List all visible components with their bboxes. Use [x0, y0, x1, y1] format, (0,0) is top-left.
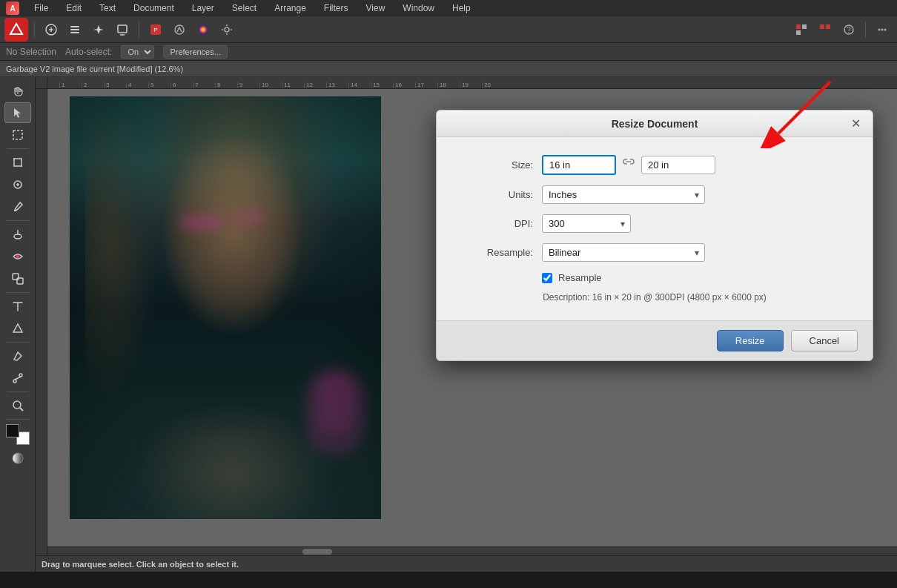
h-scrollbar[interactable]: [47, 546, 897, 555]
svg-point-26: [16, 255, 19, 258]
preferences-button[interactable]: Preferences...: [163, 45, 227, 59]
description-row: Description: 16 in × 20 in @ 300DPI (480…: [466, 292, 843, 303]
tool-brush[interactable]: [4, 196, 31, 217]
toolbar: P ?: [0, 16, 897, 43]
tool-redeye[interactable]: [4, 246, 31, 267]
tool-hand[interactable]: [4, 80, 31, 101]
dialog-close-button[interactable]: ✕: [847, 116, 864, 132]
tool-node[interactable]: [4, 368, 31, 389]
toolbar-btn-settings2[interactable]: [216, 19, 237, 40]
color-swatches[interactable]: [6, 424, 30, 445]
svg-point-31: [19, 374, 22, 377]
dpi-select-wrapper: 72 96 150 300 600: [542, 214, 631, 233]
units-row: Units: Inches Pixels Millimeters Centime…: [466, 185, 843, 204]
toolbar-separator-2: [139, 22, 139, 38]
svg-rect-11: [796, 24, 801, 29]
svg-marker-0: [10, 24, 22, 34]
toolbar-btn-adjustments[interactable]: [88, 19, 109, 40]
toolbar-btn-new[interactable]: [41, 19, 62, 40]
width-input[interactable]: [542, 155, 616, 175]
menu-layer[interactable]: Layer: [189, 1, 217, 15]
svg-line-33: [20, 408, 23, 411]
menu-filters[interactable]: Filters: [321, 1, 351, 15]
svg-rect-14: [820, 24, 824, 29]
menu-arrange[interactable]: Arrange: [271, 1, 309, 15]
tool-arrow[interactable]: [4, 102, 31, 123]
toolbar-btn-vector[interactable]: [169, 19, 190, 40]
menu-edit[interactable]: Edit: [63, 1, 85, 15]
options-bar: No Selection Auto-select: On Off Prefere…: [0, 43, 897, 61]
svg-point-23: [14, 209, 16, 211]
tool-clone[interactable]: [4, 268, 31, 289]
toolbar-btn-arrange[interactable]: [791, 19, 812, 40]
h-scrollbar-thumb[interactable]: [302, 549, 332, 555]
tool-marquee[interactable]: [4, 125, 31, 145]
document-title: Garbage V2 image file current [Modified]…: [6, 65, 183, 73]
tool-shape[interactable]: [4, 318, 31, 339]
toolbar-btn-grid[interactable]: [815, 19, 835, 40]
svg-point-9: [199, 25, 208, 34]
size-row: Size:: [466, 155, 843, 175]
svg-marker-29: [13, 324, 22, 332]
app-icon: A: [6, 1, 19, 15]
resample-checkbox[interactable]: [542, 273, 552, 283]
toolbar-app-button[interactable]: [4, 18, 28, 42]
menu-help[interactable]: Help: [449, 1, 474, 15]
toolbox: [0, 77, 36, 572]
tool-sep-5: [7, 392, 29, 392]
tool-sep-2: [7, 220, 29, 221]
tool-sep-3: [7, 292, 29, 293]
tool-text[interactable]: [4, 296, 31, 317]
bottom-status: Drag to marquee select. Click an object …: [42, 560, 239, 569]
svg-text:P: P: [153, 27, 157, 33]
menu-view[interactable]: View: [363, 1, 388, 15]
ruler-vertical: [36, 89, 47, 572]
tool-gradient[interactable]: [4, 448, 31, 469]
toolbar-btn-misc[interactable]: [872, 19, 893, 40]
svg-point-20: [884, 28, 887, 30]
resize-button[interactable]: Resize: [717, 330, 784, 351]
toolbar-btn-color[interactable]: [193, 19, 214, 40]
svg-point-10: [225, 27, 229, 32]
toolbar-btn-pixel[interactable]: P: [145, 19, 166, 40]
tool-zoom[interactable]: [4, 395, 31, 416]
dialog-titlebar: Resize Document ✕: [437, 110, 873, 137]
link-icon[interactable]: [622, 157, 635, 173]
menu-select[interactable]: Select: [229, 1, 259, 15]
menu-document[interactable]: Document: [130, 1, 177, 15]
menu-text[interactable]: Text: [96, 1, 119, 15]
tool-pen[interactable]: [4, 346, 31, 366]
dialog-body: Size: Units: Inches Pixels Millimeters C…: [437, 137, 873, 320]
toolbar-separator-1: [34, 22, 35, 38]
menu-window[interactable]: Window: [400, 1, 437, 15]
dpi-row: DPI: 72 96 150 300 600: [466, 214, 843, 233]
toolbar-separator-3: [865, 22, 866, 38]
tool-dodge[interactable]: [4, 224, 31, 245]
resize-dialog: Resize Document ✕ Size: Units: Inches: [436, 110, 873, 361]
height-input[interactable]: [641, 156, 715, 174]
cancel-button[interactable]: Cancel: [791, 330, 858, 351]
resample-checkbox-label[interactable]: Resample: [558, 272, 602, 283]
dialog-title: Resize Document: [612, 118, 698, 130]
dpi-select[interactable]: 72 96 150 300 600: [542, 214, 631, 233]
toolbar-btn-export[interactable]: [112, 19, 133, 40]
tool-crop[interactable]: [4, 152, 31, 173]
tool-sep-1: [7, 148, 29, 149]
auto-select-label: Auto-select:: [65, 47, 112, 57]
tool-heal[interactable]: [4, 174, 31, 195]
resample-checkbox-row: Resample: [466, 272, 843, 283]
svg-point-34: [13, 453, 23, 463]
menu-file[interactable]: File: [31, 1, 51, 15]
toolbar-btn-layers[interactable]: [64, 19, 85, 40]
dpi-label: DPI:: [466, 218, 533, 229]
svg-rect-3: [70, 29, 79, 30]
svg-point-32: [13, 401, 21, 409]
ruler-ticks: 1 2 3 4 5 6 7 8 9 10 11 12 13 14 15 16 1…: [47, 77, 504, 88]
size-label: Size:: [466, 159, 533, 171]
auto-select-dropdown[interactable]: On Off: [121, 45, 154, 59]
units-select[interactable]: Inches Pixels Millimeters Centimeters Po…: [542, 185, 705, 204]
resample-select[interactable]: Nearest Neighbor Bilinear Bicubic Lanczo…: [542, 243, 705, 262]
toolbar-btn-question[interactable]: ?: [838, 19, 859, 40]
svg-text:?: ?: [847, 26, 851, 34]
svg-rect-2: [70, 26, 79, 27]
